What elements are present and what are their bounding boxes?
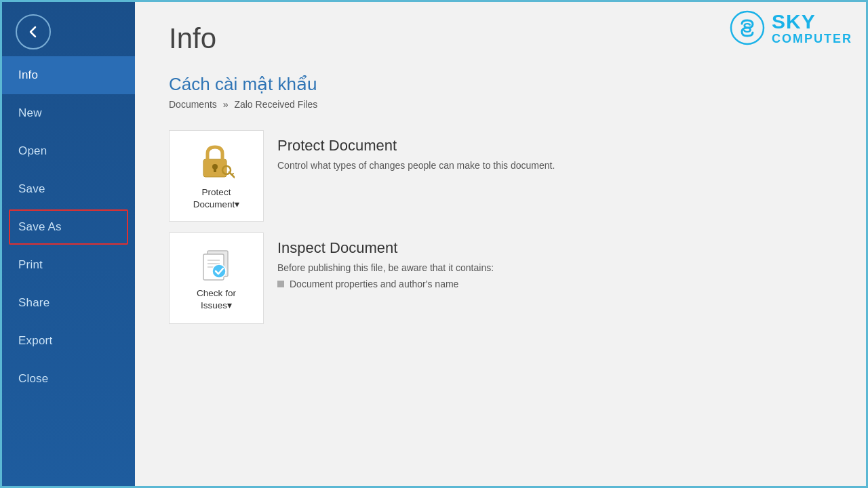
branding: S SKY COMPUTER [730, 10, 852, 46]
protect-document-desc: Control what types of changes people can… [277, 160, 555, 171]
lock-icon [198, 142, 235, 181]
brand-text: SKY COMPUTER [772, 10, 852, 46]
main-content: S SKY COMPUTER Info Cách cài mật khẩu Do… [135, 2, 866, 486]
sidebar-item-new[interactable]: New [2, 94, 135, 132]
brand-sky-label: SKY [772, 10, 852, 33]
app-container: Info New Open Save Save As Print Share E… [2, 2, 866, 486]
cards-container: ProtectDocument▾ Protect Document Contro… [169, 130, 832, 324]
protect-document-label: ProtectDocument▾ [193, 186, 240, 210]
sidebar-item-close[interactable]: Close [2, 360, 135, 398]
check-for-issues-label: Check forIssues▾ [197, 287, 236, 311]
protect-document-button[interactable]: ProtectDocument▾ [169, 130, 264, 222]
inspect-document-title: Inspect Document [277, 239, 494, 257]
inspect-icon [198, 245, 235, 282]
svg-point-13 [212, 264, 226, 278]
check-for-issues-button[interactable]: Check forIssues▾ [169, 232, 264, 324]
sidebar-item-export[interactable]: Export [2, 322, 135, 360]
sidebar-item-save[interactable]: Save [2, 170, 135, 208]
back-button[interactable] [16, 14, 51, 49]
sidebar-item-share[interactable]: Share [2, 284, 135, 322]
bullet-icon [277, 281, 284, 287]
inspect-document-text: Inspect Document Before publishing this … [264, 232, 507, 296]
svg-line-7 [232, 174, 233, 175]
doc-title: Cách cài mật khẩu [169, 74, 832, 95]
inspect-document-desc: Before publishing this file, be aware th… [277, 262, 494, 273]
sidebar-item-info[interactable]: Info [2, 56, 135, 94]
svg-rect-4 [214, 167, 216, 172]
brand-computer-label: COMPUTER [772, 33, 852, 46]
sidebar-item-save-as[interactable]: Save As [2, 208, 135, 246]
breadcrumb-part1: Documents [169, 99, 217, 110]
sidebar-item-print[interactable]: Print [2, 246, 135, 284]
breadcrumb-part2: Zalo Received Files [234, 99, 317, 110]
sky-computer-logo-icon: S [730, 10, 765, 45]
back-button-container [2, 2, 135, 56]
inspect-document-bullet: Document properties and author's name [277, 279, 494, 289]
protect-document-text: Protect Document Control what types of c… [264, 130, 568, 183]
inspect-document-card: Check forIssues▾ Inspect Document Before… [169, 232, 832, 324]
breadcrumb-separator: » [223, 99, 229, 110]
protect-document-card: ProtectDocument▾ Protect Document Contro… [169, 130, 832, 222]
bullet-text: Document properties and author's name [290, 279, 458, 289]
protect-document-title: Protect Document [277, 137, 555, 155]
sidebar: Info New Open Save Save As Print Share E… [2, 2, 135, 486]
sidebar-item-open[interactable]: Open [2, 132, 135, 170]
breadcrumb: Documents » Zalo Received Files [169, 99, 832, 110]
